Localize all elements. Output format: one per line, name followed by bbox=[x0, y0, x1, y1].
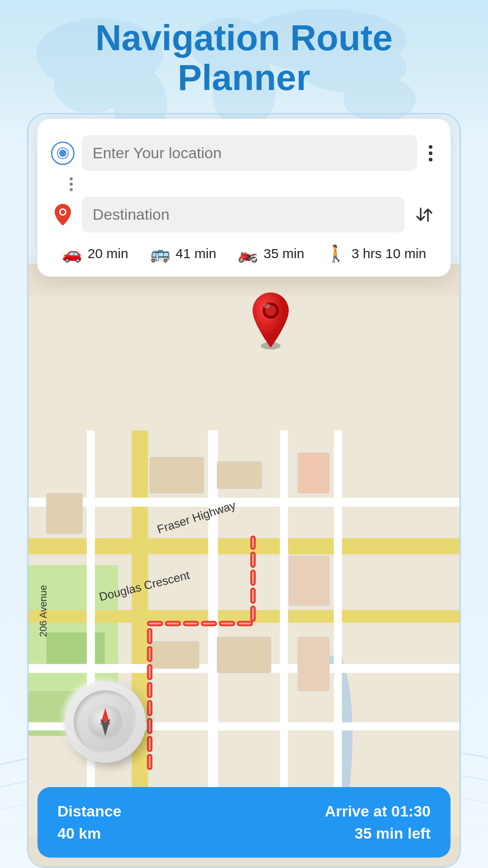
destination-input[interactable] bbox=[82, 197, 404, 232]
phone-frame: 🚗 20 min 🚌 41 min 🏍️ 35 min 🚶 3 hrs 10 m… bbox=[27, 113, 461, 868]
compass-inner bbox=[74, 690, 137, 754]
location-row bbox=[51, 135, 437, 171]
svg-rect-21 bbox=[208, 430, 218, 835]
car-icon: 🚗 bbox=[62, 244, 82, 263]
info-card: Distance Arrive at 01:30 40 km 35 min le… bbox=[38, 787, 450, 858]
svg-rect-29 bbox=[217, 637, 271, 673]
walk-icon: 🚶 bbox=[326, 244, 346, 263]
title-line1: Navigation Route bbox=[0, 18, 488, 58]
map-svg: Fraser Highway Douglas Crescent 206 Aven… bbox=[28, 264, 460, 867]
svg-rect-30 bbox=[150, 642, 199, 669]
svg-point-10 bbox=[61, 210, 65, 214]
compass-button[interactable] bbox=[65, 681, 146, 763]
svg-rect-28 bbox=[289, 556, 329, 605]
walk-mode[interactable]: 🚶 3 hrs 10 min bbox=[326, 244, 426, 263]
destination-marker bbox=[248, 291, 293, 351]
swap-direction-button[interactable] bbox=[412, 202, 437, 227]
svg-rect-32 bbox=[47, 493, 83, 533]
motorcycle-icon: 🏍️ bbox=[238, 244, 258, 263]
svg-rect-31 bbox=[298, 637, 329, 691]
map-area[interactable]: Fraser Highway Douglas Crescent 206 Aven… bbox=[28, 264, 460, 867]
walk-time: 3 hrs 10 min bbox=[352, 246, 426, 261]
distance-value: 40 km bbox=[57, 825, 242, 842]
svg-rect-25 bbox=[150, 458, 203, 494]
app-title: Navigation Route Planner bbox=[0, 18, 488, 98]
moto-time: 35 min bbox=[263, 246, 304, 261]
svg-rect-23 bbox=[334, 430, 342, 835]
input-card: 🚗 20 min 🚌 41 min 🏍️ 35 min 🚶 3 hrs 10 m… bbox=[38, 119, 450, 277]
transport-modes: 🚗 20 min 🚌 41 min 🏍️ 35 min 🚶 3 hrs 10 m… bbox=[51, 244, 437, 263]
svg-rect-16 bbox=[132, 430, 148, 835]
bus-icon: 🚌 bbox=[150, 244, 170, 263]
title-line2: Planner bbox=[0, 58, 488, 98]
location-input[interactable] bbox=[82, 135, 417, 171]
arrive-label: Arrive at 01:30 bbox=[246, 802, 431, 820]
time-left-value: 35 min left bbox=[246, 825, 431, 842]
svg-rect-22 bbox=[280, 430, 288, 835]
svg-rect-27 bbox=[298, 453, 329, 493]
more-options-button[interactable] bbox=[424, 141, 437, 166]
route-connector bbox=[59, 175, 83, 193]
distance-label: Distance bbox=[57, 802, 242, 820]
bus-mode[interactable]: 🚌 41 min bbox=[150, 244, 216, 263]
destination-pin-icon bbox=[51, 203, 75, 226]
car-mode[interactable]: 🚗 20 min bbox=[62, 244, 128, 263]
location-origin-icon bbox=[51, 142, 75, 165]
bus-time: 41 min bbox=[176, 246, 216, 261]
svg-rect-24 bbox=[87, 430, 95, 835]
destination-row bbox=[51, 197, 437, 232]
car-time: 20 min bbox=[88, 246, 128, 261]
svg-rect-13 bbox=[47, 632, 105, 669]
svg-text:206 Avenue: 206 Avenue bbox=[38, 585, 49, 637]
motorcycle-mode[interactable]: 🏍️ 35 min bbox=[238, 244, 304, 263]
svg-rect-26 bbox=[217, 462, 262, 489]
